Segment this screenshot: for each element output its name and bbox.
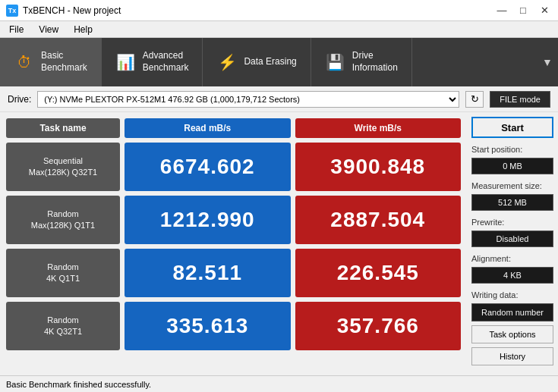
- toolbar-advanced-line1: Advanced: [143, 50, 189, 62]
- header-read: Read mB/s: [125, 118, 291, 138]
- drive-label: Drive:: [8, 94, 31, 105]
- bench-row-1: RandomMax(128K) Q1T1 1212.990 2887.504: [6, 196, 461, 244]
- toolbar-basic-benchmark[interactable]: ⏱ Basic Benchmark: [0, 38, 102, 86]
- bench-write-0: 3900.848: [295, 143, 462, 191]
- toolbar-dropdown-button[interactable]: ▼: [537, 38, 558, 86]
- title-bar-left: Tx TxBENCH - New project: [6, 5, 121, 17]
- window-title: TxBENCH - New project: [23, 5, 121, 16]
- toolbar-drive-line2: Information: [352, 62, 398, 74]
- toolbar-drive-line1: Drive: [352, 50, 398, 62]
- measurement-size-label: Measurement size:: [471, 181, 553, 190]
- main-area: Task name Read mB/s Write mB/s Sequentia…: [0, 112, 558, 375]
- app-icon: Tx: [6, 5, 18, 17]
- header-write: Write mB/s: [295, 118, 462, 138]
- measurement-size-value: 512 MB: [471, 194, 553, 211]
- erasing-icon: ⚡: [216, 52, 238, 73]
- right-panel: Start Start position: 0 MB Measurement s…: [467, 112, 558, 375]
- writing-data-label: Writing data:: [471, 290, 553, 299]
- status-message: Basic Benchmark finished successfully.: [6, 380, 151, 389]
- bench-header: Task name Read mB/s Write mB/s: [6, 118, 461, 138]
- menu-view[interactable]: View: [33, 24, 65, 36]
- alignment-label: Alignment:: [471, 254, 553, 263]
- bench-row-2: Random4K Q1T1 82.511 226.545: [6, 249, 461, 297]
- alignment-value: 4 KB: [471, 267, 553, 284]
- prewrite-label: Prewrite:: [471, 218, 553, 227]
- menu-help[interactable]: Help: [68, 24, 99, 36]
- bench-label-3: Random4K Q32T1: [6, 302, 120, 350]
- header-task: Task name: [6, 118, 120, 138]
- bench-read-2: 82.511: [125, 249, 291, 297]
- toolbar-data-erasing[interactable]: ⚡ Data Erasing: [203, 38, 311, 86]
- drive-row: Drive: (Y:) NVMe PLEXTOR PX-512M1 476.92…: [0, 86, 558, 112]
- bench-label-1: RandomMax(128K) Q1T1: [6, 196, 120, 244]
- bench-label-2: Random4K Q1T1: [6, 249, 120, 297]
- bench-row-3: Random4K Q32T1 335.613 357.766: [6, 302, 461, 350]
- start-button[interactable]: Start: [471, 117, 553, 138]
- benchmark-area: Task name Read mB/s Write mB/s Sequentia…: [0, 112, 467, 375]
- chart-icon: 📊: [115, 52, 137, 73]
- history-button[interactable]: History: [471, 347, 553, 365]
- close-button[interactable]: ✕: [537, 3, 552, 18]
- file-mode-button[interactable]: FILE mode: [490, 91, 550, 108]
- prewrite-value: Disabled: [471, 230, 553, 247]
- toolbar-advanced-benchmark[interactable]: 📊 Advanced Benchmark: [102, 38, 203, 86]
- title-bar: Tx TxBENCH - New project — □ ✕: [0, 0, 558, 21]
- start-position-label: Start position:: [471, 145, 553, 154]
- clock-icon: ⏱: [14, 52, 35, 73]
- start-position-value: 0 MB: [471, 158, 553, 174]
- bench-label-0: SequentialMax(128K) Q32T1: [6, 143, 120, 191]
- bench-write-2: 226.545: [295, 249, 462, 297]
- toolbar-basic-line2: Benchmark: [41, 62, 87, 74]
- toolbar-erasing-line1: Data Erasing: [244, 56, 296, 68]
- bench-write-3: 357.766: [295, 302, 462, 350]
- bench-read-0: 6674.602: [125, 143, 291, 191]
- toolbar-advanced-line2: Benchmark: [143, 62, 189, 74]
- bench-read-3: 335.613: [125, 302, 291, 350]
- minimize-button[interactable]: —: [494, 3, 509, 18]
- bench-write-1: 2887.504: [295, 196, 462, 244]
- bench-row-0: SequentialMax(128K) Q32T1 6674.602 3900.…: [6, 143, 461, 191]
- menu-bar: File View Help: [0, 21, 558, 38]
- drive-refresh-button[interactable]: ↻: [465, 91, 484, 108]
- task-options-button[interactable]: Task options: [471, 325, 553, 343]
- status-bar: Basic Benchmark finished successfully.: [0, 375, 558, 392]
- writing-data-value[interactable]: Random number: [471, 303, 553, 321]
- toolbar-drive-info[interactable]: 💾 Drive Information: [311, 38, 412, 86]
- toolbar-basic-line1: Basic: [41, 50, 87, 62]
- maximize-button[interactable]: □: [515, 3, 531, 18]
- bench-read-1: 1212.990: [125, 196, 291, 244]
- menu-file[interactable]: File: [3, 24, 30, 36]
- drive-icon: 💾: [325, 52, 346, 73]
- toolbar: ⏱ Basic Benchmark 📊 Advanced Benchmark ⚡…: [0, 38, 558, 86]
- drive-select[interactable]: (Y:) NVMe PLEXTOR PX-512M1 476.92 GB (1,…: [37, 91, 459, 108]
- title-bar-controls: — □ ✕: [494, 3, 552, 18]
